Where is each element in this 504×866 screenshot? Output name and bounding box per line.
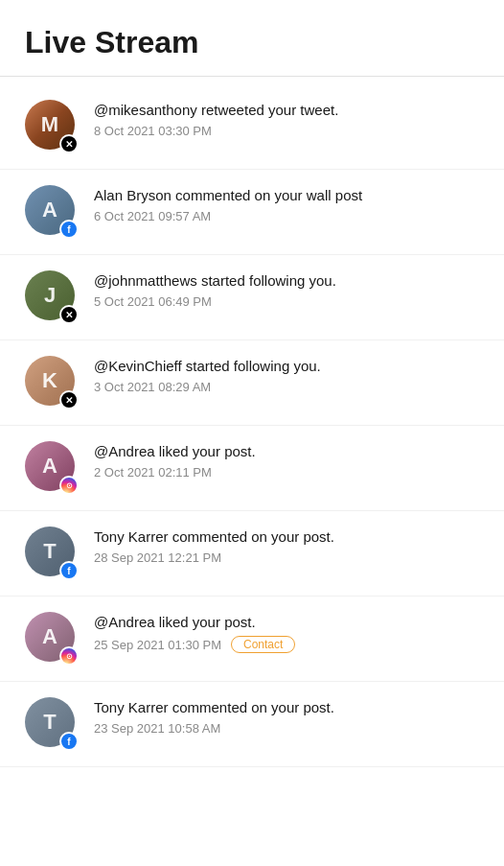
page-header: Live Stream [0,0,504,76]
avatar-wrapper: J ✕ [25,270,79,324]
instagram-badge-icon: ⊙ [59,476,79,495]
stream-list: M ✕ @mikesanthony retweeted your tweet. … [0,84,504,767]
avatar-wrapper: A ⊙ [25,441,79,495]
timestamp-text: 23 Sep 2021 10:58 AM [94,721,220,736]
stream-item: A ⊙ @Andrea liked your post. 2 Oct 2021 … [0,426,504,511]
item-message: @KevinChieff started following you. [94,356,479,376]
item-content: @Andrea liked your post. 2 Oct 2021 02:1… [94,441,479,480]
item-timestamp: 8 Oct 2021 03:30 PM [94,124,479,138]
timestamp-text: 8 Oct 2021 03:30 PM [94,124,212,138]
facebook-badge-icon: f [59,220,79,239]
twitter-badge-icon: ✕ [59,390,79,410]
avatar-wrapper: A f [25,185,79,239]
item-content: @Andrea liked your post. 25 Sep 2021 01:… [94,612,479,653]
item-content: Tony Karrer commented on your post. 23 S… [94,697,479,736]
item-content: Tony Karrer commented on your post. 28 S… [94,527,479,565]
timestamp-text: 3 Oct 2021 08:29 AM [94,380,211,394]
item-timestamp: 6 Oct 2021 09:57 AM [94,209,479,223]
stream-item: A f Alan Bryson commented on your wall p… [0,170,504,255]
stream-item: T f Tony Karrer commented on your post. … [0,511,504,597]
item-content: Alan Bryson commented on your wall post … [94,185,479,223]
item-content: @KevinChieff started following you. 3 Oc… [94,356,479,394]
twitter-badge-icon: ✕ [59,305,79,324]
item-timestamp: 2 Oct 2021 02:11 PM [94,465,479,480]
page-title: Live Stream [25,25,479,60]
item-message: Tony Karrer commented on your post. [94,527,479,547]
timestamp-text: 5 Oct 2021 06:49 PM [94,294,212,309]
item-timestamp: 25 Sep 2021 01:30 PM Contact [94,636,479,653]
stream-item: J ✕ @johnmatthews started following you.… [0,255,504,340]
stream-item: A ⊙ @Andrea liked your post. 25 Sep 2021… [0,597,504,682]
item-message: Tony Karrer commented on your post. [94,697,479,717]
item-content: @mikesanthony retweeted your tweet. 8 Oc… [94,100,479,138]
stream-item: T f Tony Karrer commented on your post. … [0,682,504,767]
facebook-badge-icon: f [59,561,79,580]
item-message: @mikesanthony retweeted your tweet. [94,100,479,120]
item-message: @Andrea liked your post. [94,441,479,461]
item-timestamp: 28 Sep 2021 12:21 PM [94,550,479,565]
avatar-wrapper: K ✕ [25,356,79,410]
header-divider [0,76,504,77]
item-timestamp: 23 Sep 2021 10:58 AM [94,721,479,736]
stream-item: M ✕ @mikesanthony retweeted your tweet. … [0,84,504,170]
timestamp-text: 28 Sep 2021 12:21 PM [94,550,221,565]
avatar-wrapper: A ⊙ [25,612,79,666]
item-timestamp: 3 Oct 2021 08:29 AM [94,380,479,394]
avatar-wrapper: M ✕ [25,100,79,153]
timestamp-text: 25 Sep 2021 01:30 PM [94,638,221,652]
stream-item: K ✕ @KevinChieff started following you. … [0,340,504,426]
twitter-badge-icon: ✕ [59,134,79,153]
avatar-wrapper: T f [25,697,79,751]
instagram-badge-icon: ⊙ [59,646,79,666]
timestamp-text: 2 Oct 2021 02:11 PM [94,465,212,480]
avatar-wrapper: T f [25,527,79,580]
facebook-badge-icon: f [59,732,79,751]
item-message: @Andrea liked your post. [94,612,479,632]
item-message: @johnmatthews started following you. [94,270,479,291]
timestamp-text: 6 Oct 2021 09:57 AM [94,209,211,223]
contact-badge[interactable]: Contact [231,636,295,653]
item-content: @johnmatthews started following you. 5 O… [94,270,479,309]
item-timestamp: 5 Oct 2021 06:49 PM [94,294,479,309]
item-message: Alan Bryson commented on your wall post [94,185,479,205]
